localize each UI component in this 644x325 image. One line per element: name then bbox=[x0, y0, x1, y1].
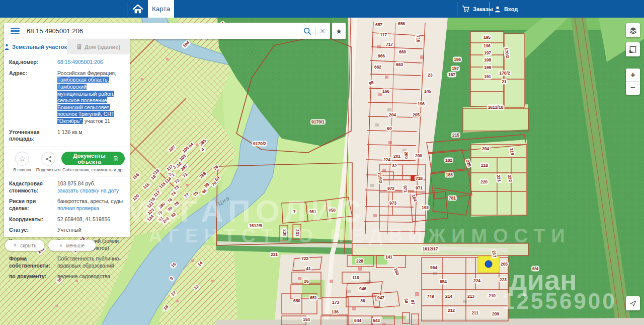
top-navigation-bar: Карта Заказы Вход bbox=[0, 0, 644, 18]
zoom-in-button[interactable]: + bbox=[626, 69, 640, 82]
clear-search-icon[interactable]: × bbox=[320, 27, 325, 35]
star-outline-icon: ☆ bbox=[15, 152, 29, 166]
search-icon[interactable] bbox=[303, 27, 311, 35]
collapse-panel-button[interactable]: ∧ меньше bbox=[48, 240, 96, 251]
address-selected-text: Тамбовская область, Тамбовский муниципал… bbox=[57, 77, 114, 124]
selected-parcel-marker bbox=[485, 261, 492, 268]
building-icon bbox=[76, 44, 82, 50]
field-by-document: по документу: ведение садоводства bbox=[9, 273, 125, 280]
layers-button[interactable] bbox=[626, 23, 640, 37]
search-input[interactable] bbox=[27, 27, 303, 35]
cart-icon bbox=[462, 6, 470, 13]
add-to-list-button[interactable]: ☆ В список bbox=[9, 152, 35, 172]
extent-button[interactable] bbox=[626, 42, 640, 56]
favorites-button[interactable]: ★ bbox=[332, 23, 346, 39]
tab-map[interactable]: Карта bbox=[148, 0, 174, 18]
user-icon bbox=[494, 6, 501, 13]
separator bbox=[457, 2, 457, 16]
frame-icon bbox=[629, 45, 637, 53]
cadastral-number-link[interactable]: 68:15:4905001:206 bbox=[57, 59, 103, 66]
hide-panel-button[interactable]: ✕ скрыть bbox=[5, 240, 44, 251]
orders-label: Заказы bbox=[473, 6, 493, 12]
tab-house-label: Дом (здание) bbox=[85, 44, 120, 50]
star-icon: ★ bbox=[336, 27, 342, 35]
separator bbox=[489, 2, 490, 16]
selected-parcel[interactable] bbox=[478, 256, 500, 273]
tab-land-label: Земельный участок bbox=[12, 44, 67, 50]
field-address: Адрес: Российская Федерация, Тамбовская … bbox=[9, 70, 125, 125]
layers-icon bbox=[629, 26, 637, 35]
home-button[interactable] bbox=[128, 0, 148, 18]
field-coordinates: Координаты: 52.659408, 41.519856 bbox=[9, 216, 125, 223]
field-area: Уточненная площадь: 1 136 кв.м bbox=[9, 129, 125, 143]
divider bbox=[4, 147, 130, 147]
panel-tabs: Земельный участок Дом (здание) bbox=[4, 39, 130, 54]
menu-icon[interactable] bbox=[11, 28, 20, 34]
field-ownership-form: Форма собственности: Собственность публи… bbox=[9, 255, 125, 269]
object-documents-button[interactable]: Документы объекта bbox=[61, 152, 125, 165]
cost-certificate-link[interactable]: заказать справку на дату bbox=[57, 187, 119, 194]
field-cadastral-cost: Кадастровая стоимость: 103 875.84 руб. з… bbox=[9, 180, 125, 194]
separator bbox=[127, 2, 127, 16]
zoom-out-button[interactable]: − bbox=[626, 82, 640, 95]
login-button[interactable]: Вход bbox=[494, 0, 518, 18]
field-status: Статус: Учтенный bbox=[9, 227, 125, 234]
share-icon bbox=[41, 152, 55, 166]
parcel-info-panel: Земельный участок Дом (здание) Кад.номер… bbox=[4, 39, 130, 237]
divider bbox=[315, 27, 316, 36]
document-icon bbox=[114, 155, 118, 162]
search-bar: × bbox=[4, 23, 330, 39]
field-deal-risks: Риски при сделке: банкротства, аресты, с… bbox=[9, 198, 125, 212]
login-label: Вход bbox=[504, 6, 518, 12]
documents-caption: Собственник, стоимость и др. bbox=[61, 167, 125, 172]
geolocation-button[interactable] bbox=[626, 296, 640, 310]
field-cadastral-number: Кад.номер: 68:15:4905001:206 bbox=[9, 59, 125, 66]
tab-house-building[interactable]: Дом (здание) bbox=[67, 39, 130, 54]
full-check-link[interactable]: полная проверка bbox=[57, 205, 99, 212]
zoom-controls: + − bbox=[626, 69, 640, 95]
person-icon bbox=[4, 44, 10, 50]
share-button[interactable]: Поделиться bbox=[35, 152, 61, 172]
close-icon: ✕ bbox=[13, 243, 17, 248]
panel-actions: ☆ В список Поделиться Документы объекта bbox=[9, 151, 125, 172]
chevron-up-icon: ∧ bbox=[59, 243, 63, 248]
orders-button[interactable]: Заказы bbox=[462, 0, 493, 18]
address-value: Российская Федерация, Тамбовская область… bbox=[57, 70, 125, 125]
cadastral-map-app: 6576561177177159666606626639816623145156… bbox=[0, 0, 644, 325]
location-arrow-icon bbox=[629, 300, 637, 307]
home-icon bbox=[132, 4, 143, 14]
divider bbox=[4, 176, 130, 176]
tab-land-parcel[interactable]: Земельный участок bbox=[4, 39, 67, 54]
